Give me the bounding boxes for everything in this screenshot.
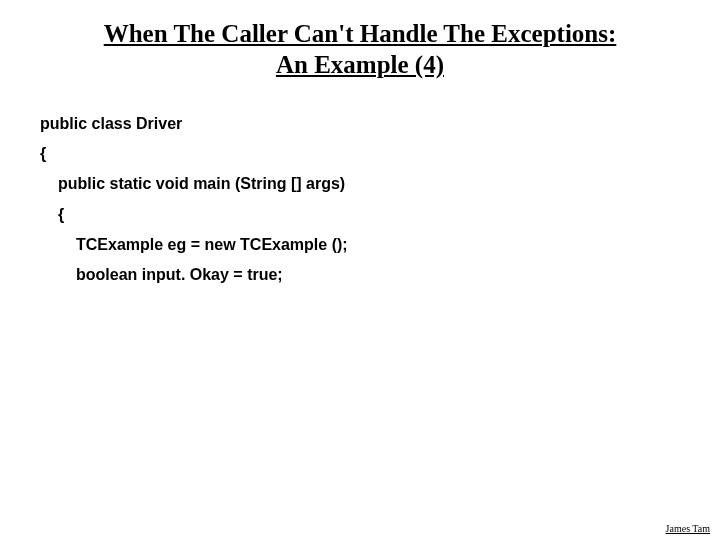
code-block: public class Driver { public static void… — [40, 109, 680, 291]
footer-author: James Tam — [666, 523, 710, 534]
code-line: public class Driver — [40, 109, 680, 139]
code-line: boolean input. Okay = true; — [40, 260, 680, 290]
code-line: { — [40, 139, 680, 169]
slide-title: When The Caller Can't Handle The Excepti… — [40, 18, 680, 81]
code-line: { — [40, 200, 680, 230]
code-line: TCExample eg = new TCExample (); — [40, 230, 680, 260]
code-line: public static void main (String [] args) — [40, 169, 680, 199]
slide: When The Caller Can't Handle The Excepti… — [0, 0, 720, 540]
